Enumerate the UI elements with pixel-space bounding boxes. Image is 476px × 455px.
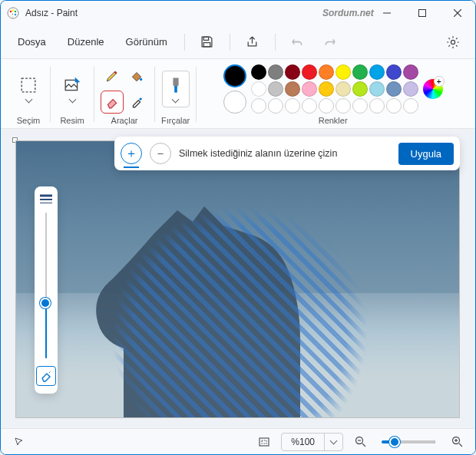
svg-rect-16	[174, 86, 177, 92]
fit-to-window-icon[interactable]	[253, 431, 275, 453]
window-title: Adsız - Paint	[25, 8, 369, 18]
menu-edit[interactable]: Düzenle	[60, 31, 112, 52]
generative-erase-icon[interactable]	[36, 366, 56, 386]
color-chip[interactable]	[352, 81, 368, 97]
svg-rect-21	[262, 440, 266, 443]
group-label-colors: Renkler	[319, 116, 348, 125]
canvas[interactable]	[16, 141, 459, 417]
color-chip[interactable]	[403, 81, 418, 97]
redo-icon[interactable]	[317, 29, 343, 55]
color-chip[interactable]	[352, 64, 368, 80]
color-picker-tool[interactable]	[125, 91, 148, 114]
color-chip-empty[interactable]	[285, 98, 300, 114]
color-chip[interactable]	[319, 81, 334, 97]
svg-point-14	[140, 78, 142, 81]
group-label-tools: Araçlar	[111, 116, 138, 125]
color-chip[interactable]	[386, 64, 402, 80]
color-chip[interactable]	[369, 64, 385, 80]
erase-hint-text: Silmek istediğiniz alanın üzerine çizin	[179, 148, 391, 159]
active-colors	[223, 64, 246, 114]
color-chip[interactable]	[319, 64, 334, 80]
group-label-image: Resim	[60, 116, 84, 125]
share-icon[interactable]	[240, 29, 266, 55]
titlebar: Adsız - Paint Sordum.net	[1, 1, 475, 25]
group-tools: Araçlar	[96, 64, 153, 125]
color-chip-empty[interactable]	[336, 98, 351, 114]
secondary-color[interactable]	[223, 91, 246, 114]
brush-size-decrease[interactable]: －	[150, 143, 171, 164]
settings-icon[interactable]	[440, 29, 466, 55]
zoom-out-icon[interactable]	[349, 431, 371, 453]
menubar: Dosya Düzenle Görünüm	[1, 25, 475, 59]
ribbon: Seçim Resim	[1, 59, 475, 129]
color-chip[interactable]	[369, 81, 385, 97]
zoom-slider[interactable]	[382, 440, 435, 443]
brush-size-increase[interactable]: ＋	[121, 143, 142, 164]
slider-thumb[interactable]	[40, 298, 51, 308]
separator	[94, 67, 94, 122]
color-chip-empty[interactable]	[302, 98, 317, 114]
color-chip[interactable]	[251, 81, 266, 97]
svg-rect-10	[204, 43, 211, 47]
pencil-tool[interactable]	[101, 64, 124, 87]
svg-line-23	[362, 443, 365, 447]
svg-point-15	[139, 97, 141, 100]
group-label-brushes: Fırçalar	[161, 116, 190, 125]
zoom-in-icon[interactable]	[446, 431, 468, 453]
watermark: Sordum.net	[322, 8, 374, 18]
eraser-tool[interactable]	[101, 91, 124, 114]
edit-colors-button[interactable]	[423, 79, 443, 99]
color-chip[interactable]	[336, 64, 351, 80]
svg-rect-12	[21, 78, 35, 92]
svg-point-1	[10, 11, 12, 13]
color-chip[interactable]	[302, 81, 317, 97]
slider-thumb[interactable]	[389, 437, 400, 447]
image-tool[interactable]	[57, 71, 88, 107]
separator	[184, 34, 185, 51]
color-chip-empty[interactable]	[251, 98, 266, 114]
color-chip[interactable]	[285, 81, 300, 97]
color-chip-empty[interactable]	[403, 98, 418, 114]
color-chip-empty[interactable]	[319, 98, 334, 114]
color-chip[interactable]	[285, 64, 300, 80]
menu-file[interactable]: Dosya	[10, 31, 54, 52]
separator	[275, 34, 276, 51]
svg-rect-6	[419, 10, 426, 17]
svg-point-2	[12, 9, 15, 12]
svg-point-11	[451, 40, 455, 44]
save-icon[interactable]	[194, 29, 220, 55]
erase-selection-overlay	[62, 180, 385, 417]
brush-size-slider[interactable]	[43, 213, 49, 358]
color-chip[interactable]	[336, 81, 351, 97]
fill-tool[interactable]	[125, 64, 148, 87]
svg-point-3	[15, 11, 17, 13]
close-button[interactable]	[440, 1, 475, 25]
zoom-dropdown[interactable]: %100	[281, 433, 343, 451]
color-chip[interactable]	[268, 81, 283, 97]
brushes-button[interactable]	[162, 71, 190, 107]
minimize-button[interactable]	[369, 1, 405, 25]
color-palette	[251, 64, 418, 114]
color-chip-empty[interactable]	[386, 98, 402, 114]
color-chip-empty[interactable]	[369, 98, 385, 114]
color-chip[interactable]	[251, 64, 266, 80]
apply-button[interactable]: Uygula	[398, 143, 454, 165]
color-chip[interactable]	[386, 81, 402, 97]
generative-erase-toolbar: ＋ － Silmek istediğiniz alanın üzerine çi…	[114, 137, 460, 170]
zoom-value: %100	[282, 437, 324, 447]
color-chip-empty[interactable]	[352, 98, 368, 114]
undo-icon[interactable]	[285, 29, 311, 55]
maximize-button[interactable]	[405, 1, 440, 25]
primary-color[interactable]	[223, 64, 246, 87]
separator	[196, 67, 197, 122]
color-chip[interactable]	[268, 64, 283, 80]
chevron-down-icon	[25, 95, 32, 103]
color-chip[interactable]	[302, 64, 317, 80]
color-chip[interactable]	[403, 64, 418, 80]
chevron-down-icon[interactable]	[324, 433, 342, 451]
selection-tool[interactable]	[13, 71, 44, 107]
color-chip-empty[interactable]	[268, 98, 283, 114]
group-image: Resim	[52, 64, 92, 125]
menu-view[interactable]: Görünüm	[118, 31, 175, 52]
brush-size-panel	[35, 186, 58, 394]
